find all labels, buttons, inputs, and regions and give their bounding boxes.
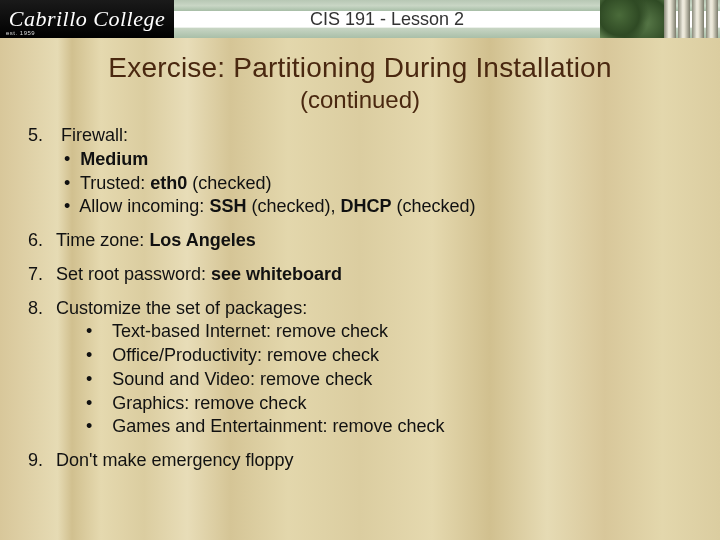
text: Text-based Internet: remove check [112, 321, 388, 341]
bold-text: DHCP [340, 196, 391, 216]
text: (checked) [391, 196, 475, 216]
item-body: Firewall: • Medium • Trusted: eth0 (chec… [56, 124, 692, 219]
bullet: • Allow incoming: SSH (checked), DHCP (c… [56, 195, 692, 219]
item-body: Don't make emergency floppy [56, 449, 692, 473]
bold-text: Medium [80, 149, 148, 169]
college-logo: Cabrillo College est. 1959 [0, 0, 174, 38]
bullet: • Text-based Internet: remove check [56, 320, 692, 344]
text: (checked) [187, 173, 271, 193]
text: Games and Entertainment: remove check [112, 416, 444, 436]
bullet: • Medium [56, 148, 692, 172]
text: Time zone: [56, 230, 149, 250]
plant-decoration [600, 0, 664, 38]
list-item: 7. Set root password: see whiteboard [28, 263, 692, 287]
text: Sound and Video: remove check [112, 369, 372, 389]
item-body: Time zone: Los Angeles [56, 229, 692, 253]
list-item: 5. Firewall: • Medium • Trusted: eth0 (c… [28, 124, 692, 219]
item-number: 6. [28, 229, 56, 253]
bold-text: eth0 [150, 173, 187, 193]
pillar-icon [706, 0, 718, 38]
list-item: 8. Customize the set of packages: • Text… [28, 297, 692, 440]
item-body: Set root password: see whiteboard [56, 263, 692, 287]
header-decoration [600, 0, 720, 38]
slide-content: 5. Firewall: • Medium • Trusted: eth0 (c… [0, 124, 720, 473]
list-item: 9. Don't make emergency floppy [28, 449, 692, 473]
bold-text: see whiteboard [211, 264, 342, 284]
item-label: Customize the set of packages: [56, 297, 692, 321]
logo-text: Cabrillo College [9, 6, 166, 32]
slide-subtitle: (continued) [0, 86, 720, 114]
logo-est: est. 1959 [6, 30, 35, 36]
text: Graphics: remove check [112, 393, 306, 413]
slide-title: Exercise: Partitioning During Installati… [0, 52, 720, 84]
text: (checked), [246, 196, 340, 216]
bullet: • Games and Entertainment: remove check [56, 415, 692, 439]
pillar-icon [678, 0, 690, 38]
pillar-icon [664, 0, 676, 38]
text: Set root password: [56, 264, 211, 284]
slide: Cabrillo College est. 1959 CIS 191 - Les… [0, 0, 720, 540]
item-body: Customize the set of packages: • Text-ba… [56, 297, 692, 440]
slide-header: Cabrillo College est. 1959 CIS 191 - Les… [0, 0, 720, 38]
bullet: • Office/Productivity: remove check [56, 344, 692, 368]
bullet: • Graphics: remove check [56, 392, 692, 416]
bold-text: SSH [209, 196, 246, 216]
bullet: • Trusted: eth0 (checked) [56, 172, 692, 196]
pillar-icon [692, 0, 704, 38]
text: Trusted: [80, 173, 150, 193]
item-label: Firewall: [56, 124, 692, 148]
text: Office/Productivity: remove check [112, 345, 379, 365]
item-number: 5. [28, 124, 56, 219]
bullet: • Sound and Video: remove check [56, 368, 692, 392]
bold-text: Los Angeles [149, 230, 255, 250]
item-number: 9. [28, 449, 56, 473]
label-text: Firewall: [61, 125, 128, 145]
item-number: 8. [28, 297, 56, 440]
list-item: 6. Time zone: Los Angeles [28, 229, 692, 253]
text: Allow incoming: [79, 196, 209, 216]
item-number: 7. [28, 263, 56, 287]
